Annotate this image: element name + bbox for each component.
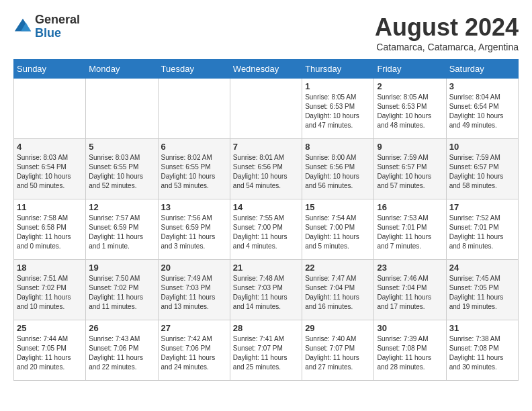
day-number: 17 [449,202,515,212]
day-info: Sunrise: 8:03 AM Sunset: 6:54 PM Dayligh… [17,153,83,191]
day-info: Sunrise: 7:54 AM Sunset: 7:00 PM Dayligh… [305,214,371,251]
day-number: 28 [233,323,299,333]
page-header: General Blue August 2024 Catamarca, Cata… [13,13,519,52]
day-info: Sunrise: 8:01 AM Sunset: 6:56 PM Dayligh… [233,153,299,191]
day-info: Sunrise: 7:52 AM Sunset: 7:01 PM Dayligh… [449,214,515,251]
day-number: 19 [89,263,154,273]
day-cell: 29Sunrise: 7:40 AM Sunset: 7:07 PM Dayli… [302,320,374,381]
day-cell: 16Sunrise: 7:53 AM Sunset: 7:01 PM Dayli… [374,199,446,260]
day-header-sunday: Sunday [14,60,86,79]
day-number: 15 [305,202,371,212]
day-number: 10 [449,142,515,152]
day-number: 27 [161,323,227,333]
day-cell: 14Sunrise: 7:55 AM Sunset: 7:00 PM Dayli… [230,199,302,260]
day-info: Sunrise: 7:42 AM Sunset: 7:06 PM Dayligh… [161,334,227,372]
day-header-saturday: Saturday [446,60,518,79]
day-header-tuesday: Tuesday [158,60,230,79]
day-number: 25 [17,323,83,333]
day-info: Sunrise: 7:46 AM Sunset: 7:04 PM Dayligh… [377,274,443,312]
day-info: Sunrise: 7:47 AM Sunset: 7:04 PM Dayligh… [305,274,371,312]
day-info: Sunrise: 7:59 AM Sunset: 6:57 PM Dayligh… [449,153,515,191]
day-cell [158,79,230,139]
day-number: 12 [89,202,154,212]
day-info: Sunrise: 7:45 AM Sunset: 7:05 PM Dayligh… [449,274,515,312]
day-cell: 10Sunrise: 7:59 AM Sunset: 6:57 PM Dayli… [446,139,518,199]
day-header-thursday: Thursday [302,60,374,79]
day-cell: 15Sunrise: 7:54 AM Sunset: 7:00 PM Dayli… [302,199,374,260]
day-cell [230,79,302,139]
day-info: Sunrise: 7:48 AM Sunset: 7:03 PM Dayligh… [233,274,299,312]
day-info: Sunrise: 8:00 AM Sunset: 6:56 PM Dayligh… [305,153,371,191]
day-number: 11 [17,202,83,212]
day-cell: 26Sunrise: 7:43 AM Sunset: 7:06 PM Dayli… [86,320,158,381]
title-block: August 2024 Catamarca, Catamarca, Argent… [375,13,519,52]
logo-text: General Blue [35,13,80,40]
day-info: Sunrise: 8:02 AM Sunset: 6:55 PM Dayligh… [161,153,227,191]
day-cell: 22Sunrise: 7:47 AM Sunset: 7:04 PM Dayli… [302,260,374,320]
day-cell: 2Sunrise: 8:05 AM Sunset: 6:53 PM Daylig… [374,79,446,139]
day-info: Sunrise: 7:50 AM Sunset: 7:02 PM Dayligh… [89,274,154,312]
day-info: Sunrise: 7:53 AM Sunset: 7:01 PM Dayligh… [377,214,443,251]
day-cell: 4Sunrise: 8:03 AM Sunset: 6:54 PM Daylig… [14,139,86,199]
day-number: 26 [89,323,154,333]
day-cell: 9Sunrise: 7:59 AM Sunset: 6:57 PM Daylig… [374,139,446,199]
day-info: Sunrise: 8:05 AM Sunset: 6:53 PM Dayligh… [305,93,371,130]
day-number: 24 [449,263,515,273]
days-header-row: SundayMondayTuesdayWednesdayThursdayFrid… [14,60,519,79]
logo: General Blue [13,13,80,40]
day-number: 8 [305,142,371,152]
day-number: 29 [305,323,371,333]
day-number: 14 [233,202,299,212]
day-info: Sunrise: 7:39 AM Sunset: 7:08 PM Dayligh… [377,334,443,372]
logo-blue: Blue [35,26,61,40]
day-cell [86,79,158,139]
day-cell: 3Sunrise: 8:04 AM Sunset: 6:54 PM Daylig… [446,79,518,139]
day-number: 7 [233,142,299,152]
week-row-3: 11Sunrise: 7:58 AM Sunset: 6:58 PM Dayli… [14,199,519,260]
day-cell: 20Sunrise: 7:49 AM Sunset: 7:03 PM Dayli… [158,260,230,320]
day-number: 6 [161,142,227,152]
calendar-table: SundayMondayTuesdayWednesdayThursdayFrid… [13,59,519,381]
week-row-5: 25Sunrise: 7:44 AM Sunset: 7:05 PM Dayli… [14,320,519,381]
day-number: 4 [17,142,83,152]
day-cell: 19Sunrise: 7:50 AM Sunset: 7:02 PM Dayli… [86,260,158,320]
day-cell: 25Sunrise: 7:44 AM Sunset: 7:05 PM Dayli… [14,320,86,381]
week-row-1: 1Sunrise: 8:05 AM Sunset: 6:53 PM Daylig… [14,79,519,139]
day-info: Sunrise: 8:04 AM Sunset: 6:54 PM Dayligh… [449,93,515,130]
day-cell: 11Sunrise: 7:58 AM Sunset: 6:58 PM Dayli… [14,199,86,260]
logo-icon [13,17,32,36]
day-info: Sunrise: 7:56 AM Sunset: 6:59 PM Dayligh… [161,214,227,251]
day-cell: 28Sunrise: 7:41 AM Sunset: 7:07 PM Dayli… [230,320,302,381]
location: Catamarca, Catamarca, Argentina [375,42,519,52]
day-header-wednesday: Wednesday [230,60,302,79]
day-number: 1 [305,81,371,91]
day-cell: 30Sunrise: 7:39 AM Sunset: 7:08 PM Dayli… [374,320,446,381]
day-number: 23 [377,263,443,273]
logo-general: General [35,13,80,26]
day-number: 9 [377,142,443,152]
day-cell: 21Sunrise: 7:48 AM Sunset: 7:03 PM Dayli… [230,260,302,320]
day-info: Sunrise: 7:57 AM Sunset: 6:59 PM Dayligh… [89,214,154,251]
day-cell: 7Sunrise: 8:01 AM Sunset: 6:56 PM Daylig… [230,139,302,199]
day-number: 30 [377,323,443,333]
day-number: 21 [233,263,299,273]
day-info: Sunrise: 8:03 AM Sunset: 6:55 PM Dayligh… [89,153,154,191]
day-cell: 5Sunrise: 8:03 AM Sunset: 6:55 PM Daylig… [86,139,158,199]
day-info: Sunrise: 7:55 AM Sunset: 7:00 PM Dayligh… [233,214,299,251]
day-cell: 18Sunrise: 7:51 AM Sunset: 7:02 PM Dayli… [14,260,86,320]
day-info: Sunrise: 7:41 AM Sunset: 7:07 PM Dayligh… [233,334,299,372]
day-number: 16 [377,202,443,212]
day-cell: 13Sunrise: 7:56 AM Sunset: 6:59 PM Dayli… [158,199,230,260]
day-number: 22 [305,263,371,273]
day-header-monday: Monday [86,60,158,79]
day-cell [14,79,86,139]
day-info: Sunrise: 7:51 AM Sunset: 7:02 PM Dayligh… [17,274,83,312]
day-number: 3 [449,81,515,91]
day-info: Sunrise: 7:59 AM Sunset: 6:57 PM Dayligh… [377,153,443,191]
day-number: 18 [17,263,83,273]
day-number: 13 [161,202,227,212]
day-cell: 12Sunrise: 7:57 AM Sunset: 6:59 PM Dayli… [86,199,158,260]
day-cell: 27Sunrise: 7:42 AM Sunset: 7:06 PM Dayli… [158,320,230,381]
month-year: August 2024 [375,13,519,42]
day-info: Sunrise: 7:44 AM Sunset: 7:05 PM Dayligh… [17,334,83,372]
